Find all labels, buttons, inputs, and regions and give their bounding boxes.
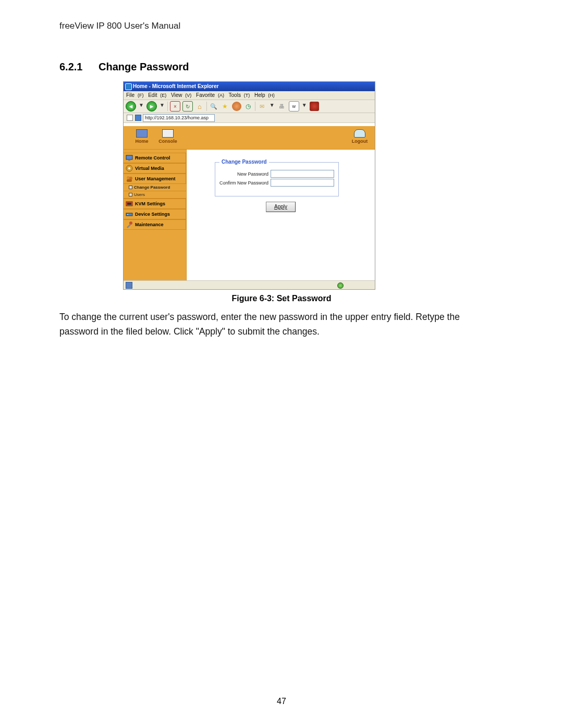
sidebar-item-remote-control[interactable]: Remote Control <box>124 153 186 163</box>
wrench-icon <box>126 221 133 228</box>
media-button[interactable] <box>232 102 241 111</box>
svg-rect-8 <box>127 203 131 205</box>
mail-dropdown[interactable]: ▼ <box>270 102 275 108</box>
stop-button[interactable]: × <box>170 101 180 112</box>
menu-help[interactable]: Help (H) <box>254 92 276 98</box>
device-icon <box>126 211 133 218</box>
svg-point-11 <box>129 221 132 225</box>
status-bar <box>124 280 375 289</box>
svg-point-3 <box>128 167 130 169</box>
sidebar: Remote Control Virtual Media User Manage… <box>124 150 186 285</box>
nav-logout[interactable]: Logout <box>347 127 373 144</box>
svg-rect-10 <box>127 214 128 215</box>
search-button[interactable]: 🔍 <box>209 102 218 111</box>
menu-file[interactable]: File (F) <box>126 92 145 98</box>
kvm-icon <box>126 200 133 207</box>
history-button[interactable]: ◷ <box>243 102 253 111</box>
bullet-icon <box>129 186 132 189</box>
toolbar: ◄ ▼ ► ▼ × ↻ ⌂ 🔍 ★ ◷ ✉ ▼ 🖶 W ▼ <box>124 100 375 113</box>
section-title: Change Password <box>99 61 189 73</box>
refresh-button[interactable]: ↻ <box>182 101 193 112</box>
sidebar-item-virtual-media[interactable]: Virtual Media <box>124 163 186 174</box>
svg-rect-0 <box>126 155 132 159</box>
disk-icon <box>126 165 133 172</box>
sidebar-item-user-management[interactable]: User Management <box>124 174 186 184</box>
sidebar-item-device-settings[interactable]: Device Settings <box>124 209 186 219</box>
main-panel: Change Password New Password Confirm New… <box>186 150 375 285</box>
svg-rect-1 <box>128 160 130 161</box>
nav-home[interactable]: Home <box>129 127 155 144</box>
svg-rect-6 <box>127 179 132 182</box>
new-password-input[interactable] <box>271 170 334 178</box>
section-number: 6.2.1 <box>59 61 82 73</box>
mail-button[interactable]: ✉ <box>258 102 267 111</box>
top-nav: Home Console Logout <box>124 126 375 150</box>
home-button[interactable]: ⌂ <box>195 102 204 111</box>
back-dropdown[interactable]: ▼ <box>139 102 144 108</box>
menu-view[interactable]: View (V) <box>171 92 193 98</box>
favorites-button[interactable]: ★ <box>221 102 230 111</box>
edit-button[interactable]: W <box>289 101 299 112</box>
users-icon <box>126 175 133 182</box>
console-icon <box>162 129 174 138</box>
apply-button[interactable]: Apply <box>266 202 296 212</box>
change-password-fieldset: Change Password New Password Confirm New… <box>215 162 339 196</box>
back-button[interactable]: ◄ <box>126 101 136 112</box>
home-icon <box>136 129 148 138</box>
confirm-password-input[interactable] <box>271 179 334 187</box>
document-header: freeView IP 800 User's Manual <box>59 21 180 31</box>
menu-favorite[interactable]: Favorite (A) <box>196 92 226 98</box>
address-bar: http://192.168.10.23/home.asp <box>124 113 375 123</box>
page-number: 47 <box>0 697 563 706</box>
sidebar-item-kvm-settings[interactable]: KVM Settings <box>124 199 186 209</box>
forward-button[interactable]: ► <box>146 101 157 112</box>
ie-icon <box>125 83 132 90</box>
logout-icon <box>354 129 365 138</box>
forward-dropdown[interactable]: ▼ <box>160 102 165 108</box>
menu-tools[interactable]: Tools (T) <box>229 92 252 98</box>
sidebar-subitem-change-password[interactable]: Change Password <box>124 184 186 191</box>
menu-edit[interactable]: Edit (E) <box>148 92 168 98</box>
edit-dropdown[interactable]: ▼ <box>302 102 307 108</box>
internet-zone-icon <box>337 282 344 289</box>
status-icon <box>126 282 132 289</box>
monitor-icon <box>126 154 133 162</box>
address-url[interactable]: http://192.168.10.23/home.asp <box>143 114 215 122</box>
figure-caption: Figure 6-3: Set Password <box>0 294 563 303</box>
links-icon <box>127 115 133 121</box>
messenger-button[interactable] <box>310 102 319 111</box>
sidebar-item-maintenance[interactable]: Maintenance <box>124 219 186 230</box>
page-icon <box>135 115 141 121</box>
bullet-icon <box>129 193 132 196</box>
new-password-label: New Password <box>237 171 268 177</box>
nav-console[interactable]: Console <box>155 127 181 144</box>
page-content: Home Console Logout Remote Control <box>124 123 375 282</box>
body-paragraph: To change the current user's password, e… <box>59 310 493 339</box>
svg-point-4 <box>127 176 130 179</box>
window-titlebar: Home - Microsoft Internet Explorer <box>124 82 375 91</box>
svg-rect-9 <box>126 213 132 216</box>
screenshot: Home - Microsoft Internet Explorer File … <box>123 81 375 290</box>
fieldset-legend: Change Password <box>219 159 269 165</box>
confirm-password-label: Confirm New Password <box>219 180 268 186</box>
window-title: Home - Microsoft Internet Explorer <box>133 83 218 89</box>
sidebar-subitem-users[interactable]: Users <box>124 191 186 199</box>
menu-bar: File (F) Edit (E) View (V) Favorite (A) … <box>124 91 375 100</box>
print-button[interactable]: 🖶 <box>277 102 287 111</box>
